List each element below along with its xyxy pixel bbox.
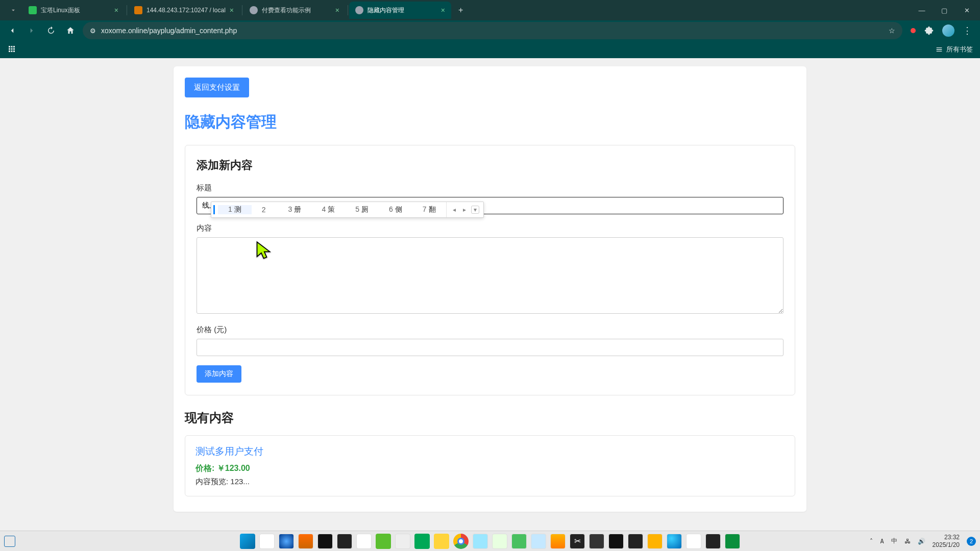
bookmarks-bar: 所有书签 [0,41,980,58]
tab-separator [127,5,127,15]
taskbar-app-icon[interactable] [414,534,430,549]
tab-close-icon[interactable]: × [230,6,234,14]
tab-favicon-icon [29,6,37,14]
ime-candidate[interactable]: 7翻 [412,205,446,214]
tray-overflow-icon[interactable]: ˄ [870,538,873,545]
start-button[interactable] [240,534,255,549]
address-bar[interactable]: ⚙ xoxome.online/payplug/admin_content.ph… [83,22,902,39]
tab-close-icon[interactable]: × [114,6,118,14]
taskbar-app-icon[interactable] [531,534,546,549]
window-maximize-button[interactable]: ▢ [939,7,949,14]
ime-candidate-bar[interactable]: 1测 2 3册 4策 5厕 6侧 7翻 ◂ ▸ ▾ [211,202,484,218]
ime-candidate[interactable]: 6侧 [379,205,412,214]
ime-pager: ◂ ▸ ▾ [446,202,483,217]
submit-add-content-button[interactable]: 添加内容 [197,365,241,383]
terminal-icon[interactable] [705,534,721,549]
page-viewport[interactable]: 返回支付设置 隐藏内容管理 添加新内容 标题 1测 2 3册 4策 5厕 6侧 … [0,58,980,531]
browser-tab-strip: 宝塔Linux面板 × 144.48.243.172:10247 / local… [0,0,980,20]
price-label: 价格 (元) [197,325,783,335]
nav-forward-button[interactable] [24,23,39,38]
back-to-settings-button[interactable]: 返回支付设置 [185,78,249,97]
ime-candidate[interactable]: 5厕 [345,205,379,214]
browser-toolbar: ⚙ xoxome.online/payplug/admin_content.ph… [0,20,980,41]
title-field-row: 标题 1测 2 3册 4策 5厕 6侧 7翻 ◂ ▸ ▾ [197,183,783,214]
ime-candidate[interactable]: 3册 [278,205,312,214]
chrome-menu-icon[interactable]: ⋮ [963,25,972,36]
taskbar-app-icon[interactable] [317,534,333,549]
taskbar-app-icon[interactable] [298,534,313,549]
apps-grid-icon[interactable] [7,44,16,55]
taskbar-app-icon[interactable] [589,534,604,549]
taskbar-app-icon[interactable] [725,534,740,549]
tab-favicon-icon [355,6,363,14]
browser-tab-active[interactable]: 隐藏内容管理 × [349,2,451,19]
tab-title: 付费查看功能示例 [262,6,331,15]
widgets-button[interactable] [4,536,15,547]
profile-avatar[interactable] [942,24,954,37]
window-minimize-button[interactable]: — [917,7,927,14]
add-content-card: 添加新内容 标题 1测 2 3册 4策 5厕 6侧 7翻 ◂ ▸ [185,145,795,395]
taskbar-app-icon[interactable] [395,534,410,549]
browser-tab[interactable]: 付费查看功能示例 × [243,2,346,19]
taskbar-app-icon[interactable] [376,534,391,549]
tab-close-icon[interactable]: × [335,6,339,14]
recording-indicator-icon[interactable] [911,28,916,33]
existing-heading: 现有内容 [185,410,795,426]
tray-time: 23:32 [933,534,960,541]
tab-close-icon[interactable]: × [441,6,445,14]
browser-tab[interactable]: 宝塔Linux面板 × [22,2,125,19]
taskbar-app-icon[interactable] [279,534,294,549]
taskbar-left [4,536,15,547]
tab-favicon-icon [250,6,258,14]
taskbar-app-icon[interactable] [608,534,624,549]
tray-ime-lang[interactable]: 中 [891,537,897,545]
tray-date: 2025/1/20 [933,541,960,548]
taskbar-app-icon[interactable] [356,534,372,549]
tray-input-indicator[interactable]: A [880,538,884,545]
ime-prev-icon[interactable]: ◂ [451,206,458,213]
tab-search-button[interactable] [4,7,22,14]
taskbar-app-icon[interactable] [473,534,488,549]
title-label: 标题 [197,183,783,193]
taskbar-app-icon[interactable] [550,534,566,549]
taskbar-app-icon[interactable] [337,534,352,549]
ime-candidate[interactable]: 4策 [311,205,345,214]
tray-network-icon[interactable]: 🖧 [904,538,911,545]
ime-settings-icon[interactable]: ▾ [471,206,479,214]
file-explorer-icon[interactable] [434,534,449,549]
window-close-button[interactable]: ✕ [962,7,972,14]
taskbar-app-icon[interactable] [628,534,643,549]
tray-volume-icon[interactable]: 🔊 [918,538,925,545]
ime-candidate[interactable]: 2 [252,206,278,214]
content-textarea[interactable] [197,237,783,314]
tray-clock[interactable]: 23:32 2025/1/20 [933,534,960,548]
taskbar-app-icon[interactable] [492,534,507,549]
extensions-icon[interactable] [924,26,934,36]
ime-cursor-marker [213,205,215,214]
browser-tab[interactable]: 144.48.243.172:10247 / local × [128,2,240,19]
add-content-heading: 添加新内容 [197,158,783,173]
taskbar-app-icon[interactable] [259,534,275,549]
price-field-row: 价格 (元) [197,325,783,356]
taskbar-app-icon[interactable] [686,534,701,549]
url-text: xoxome.online/payplug/admin_content.php [101,27,884,35]
edge-icon[interactable] [667,534,682,549]
nav-reload-button[interactable] [44,23,58,38]
ime-candidate[interactable]: 1测 [218,205,252,214]
taskbar-app-icon[interactable] [647,534,663,549]
bookmark-star-icon[interactable]: ☆ [889,27,895,35]
nav-home-button[interactable] [63,23,78,38]
site-settings-icon[interactable]: ⚙ [90,27,96,35]
taskbar-center: ✂ [240,534,740,549]
all-bookmarks-button[interactable]: 所有书签 [935,45,973,54]
price-input[interactable] [197,339,783,356]
ime-next-icon[interactable]: ▸ [461,206,468,213]
nav-back-button[interactable] [5,23,19,38]
tray-notifications-badge[interactable]: 2 [967,537,976,546]
taskbar-tray: ˄ A 中 🖧 🔊 23:32 2025/1/20 2 [870,534,976,548]
chrome-icon[interactable] [453,534,469,549]
taskbar-app-icon[interactable] [511,534,527,549]
new-tab-button[interactable]: + [452,6,469,15]
page-title: 隐藏内容管理 [185,112,795,133]
taskbar-app-icon[interactable]: ✂ [570,534,585,549]
